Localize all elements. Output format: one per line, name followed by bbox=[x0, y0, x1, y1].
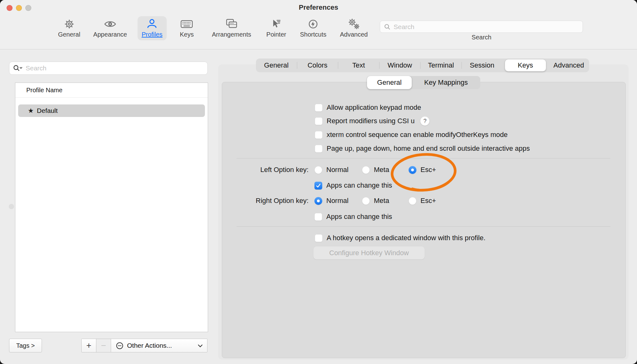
checkbox-unchecked[interactable] bbox=[315, 145, 323, 153]
profile-row-default[interactable]: ★ Default bbox=[18, 104, 205, 117]
profile-search-field[interactable] bbox=[9, 62, 208, 75]
checkbox-row-page-scroll[interactable]: Page up, page down, home and end scroll … bbox=[315, 144, 530, 153]
left-option-meta[interactable]: Meta bbox=[362, 165, 389, 174]
toolbar-search-label: Search bbox=[471, 34, 491, 41]
checkbox-row-keypad-mode[interactable]: Allow application keypad mode bbox=[315, 103, 421, 112]
toolbar-item-pointer[interactable]: Pointer bbox=[262, 16, 290, 40]
tab-session[interactable]: Session bbox=[462, 59, 503, 71]
toolbar-item-keys[interactable]: Keys bbox=[176, 16, 198, 40]
toolbar-label: Arrangements bbox=[212, 31, 251, 38]
profile-search-input[interactable] bbox=[26, 64, 204, 72]
profile-list: Profile Name ★ Default bbox=[15, 83, 208, 332]
checkbox-unchecked[interactable] bbox=[314, 213, 322, 221]
hotkey-checkbox-row[interactable]: A hotkey opens a dedicated window with t… bbox=[315, 233, 486, 243]
checkbox-label[interactable]: xterm control sequence can enable modify… bbox=[327, 131, 507, 139]
toolbar-search-input[interactable] bbox=[394, 23, 579, 31]
radio-unchecked[interactable] bbox=[409, 197, 416, 205]
checkbox-label[interactable]: Report modifiers using CSI u bbox=[327, 117, 415, 125]
tab-colors[interactable]: Colors bbox=[297, 59, 338, 71]
gear-icon bbox=[62, 18, 76, 30]
toolbar-label: Advanced bbox=[340, 31, 368, 38]
radio-label[interactable]: Meta bbox=[374, 197, 389, 205]
configure-hotkey-window-button[interactable]: Configure Hotkey Window bbox=[313, 246, 425, 260]
profile-actions-group: + − Other Actions... bbox=[81, 339, 207, 352]
keyboard-icon bbox=[180, 18, 194, 30]
checkmark-icon bbox=[315, 183, 321, 189]
cursor-icon bbox=[269, 18, 283, 30]
search-scope-icon bbox=[13, 64, 23, 72]
left-option-apps-can-change[interactable]: Apps can change this bbox=[314, 181, 392, 190]
toolbar-item-shortcuts[interactable]: Shortcuts bbox=[296, 16, 330, 40]
titlebar: Preferences General Appearance Profiles … bbox=[0, 0, 637, 49]
checkbox-label[interactable]: A hotkey opens a dedicated window with t… bbox=[327, 234, 486, 242]
add-profile-button[interactable]: + bbox=[82, 339, 96, 352]
profile-settings-panel: General Colors Text Window Terminal Sess… bbox=[218, 64, 629, 360]
star-icon: ★ bbox=[28, 107, 34, 114]
radio-label[interactable]: Normal bbox=[326, 197, 349, 205]
radio-label[interactable]: Esc+ bbox=[420, 166, 436, 174]
keys-general-content: Allow application keypad mode Report mod… bbox=[222, 82, 626, 358]
tags-button[interactable]: Tags > bbox=[9, 339, 42, 352]
keys-subtabs: General Key Mappings bbox=[367, 76, 480, 89]
checkbox-unchecked[interactable] bbox=[315, 117, 323, 125]
right-option-normal[interactable]: Normal bbox=[314, 196, 349, 205]
toolbar-label: General bbox=[58, 31, 80, 38]
radio-unchecked[interactable] bbox=[362, 197, 370, 205]
other-actions-label: Other Actions... bbox=[127, 342, 172, 349]
help-button[interactable]: ? bbox=[420, 116, 430, 126]
eye-icon bbox=[103, 18, 117, 30]
chevron-down-icon bbox=[197, 343, 203, 348]
toolbar-label: Profiles bbox=[142, 31, 163, 38]
tab-window[interactable]: Window bbox=[380, 59, 420, 71]
checkbox-unchecked[interactable] bbox=[315, 131, 323, 139]
tab-text[interactable]: Text bbox=[338, 59, 379, 71]
radio-label[interactable]: Meta bbox=[374, 166, 389, 174]
toolbar-label: Pointer bbox=[266, 31, 286, 38]
tab-divider bbox=[502, 62, 503, 69]
toolbar-item-profiles[interactable]: Profiles bbox=[138, 16, 167, 40]
profile-name: Default bbox=[37, 107, 58, 114]
checkbox-unchecked[interactable] bbox=[315, 234, 323, 242]
tab-terminal[interactable]: Terminal bbox=[420, 59, 461, 71]
toolbar-item-arrangements[interactable]: Arrangements bbox=[208, 16, 255, 40]
radio-label[interactable]: Normal bbox=[326, 166, 349, 174]
radio-unchecked[interactable] bbox=[362, 166, 370, 174]
right-option-apps-can-change[interactable]: Apps can change this bbox=[314, 212, 392, 221]
subtab-general[interactable]: General bbox=[367, 76, 412, 89]
checkbox-unchecked[interactable] bbox=[315, 104, 323, 112]
tab-general[interactable]: General bbox=[256, 59, 297, 71]
bolt-circle-icon bbox=[306, 18, 320, 30]
toolbar-label: Keys bbox=[180, 31, 194, 38]
tab-keys[interactable]: Keys bbox=[505, 59, 546, 71]
toolbar-item-general[interactable]: General bbox=[54, 16, 84, 40]
person-icon bbox=[145, 18, 159, 30]
toolbar-search-field[interactable] bbox=[380, 21, 583, 33]
left-option-key-label: Left Option key: bbox=[222, 165, 308, 174]
left-option-normal[interactable]: Normal bbox=[314, 165, 349, 174]
toolbar-item-advanced[interactable]: Advanced bbox=[336, 16, 372, 40]
toolbar-label: Shortcuts bbox=[300, 31, 326, 38]
checkbox-label[interactable]: Page up, page down, home and end scroll … bbox=[327, 144, 530, 153]
radio-label[interactable]: Esc+ bbox=[420, 197, 436, 205]
subtab-key-mappings[interactable]: Key Mappings bbox=[412, 76, 480, 89]
checkbox-label[interactable]: Apps can change this bbox=[326, 181, 392, 190]
tab-advanced[interactable]: Advanced bbox=[548, 59, 589, 71]
checkbox-checked[interactable] bbox=[314, 182, 322, 190]
edge-dot bbox=[9, 204, 14, 209]
search-icon bbox=[384, 23, 391, 30]
left-option-esc[interactable]: Esc+ bbox=[409, 165, 436, 174]
other-actions-dropdown[interactable]: Other Actions... bbox=[111, 339, 207, 352]
windows-icon bbox=[225, 18, 238, 30]
checkbox-label[interactable]: Allow application keypad mode bbox=[327, 104, 421, 112]
checkbox-label[interactable]: Apps can change this bbox=[326, 213, 392, 221]
radio-checked[interactable] bbox=[314, 197, 322, 205]
separator bbox=[237, 158, 610, 159]
radio-checked[interactable] bbox=[409, 166, 416, 174]
toolbar-item-appearance[interactable]: Appearance bbox=[89, 16, 131, 40]
remove-profile-button[interactable]: − bbox=[96, 339, 111, 352]
right-option-esc[interactable]: Esc+ bbox=[409, 196, 436, 205]
checkbox-row-csi-u[interactable]: Report modifiers using CSI u ? bbox=[315, 116, 430, 126]
radio-unchecked[interactable] bbox=[314, 166, 322, 174]
right-option-meta[interactable]: Meta bbox=[362, 196, 389, 205]
checkbox-row-modifyotherkeys[interactable]: xterm control sequence can enable modify… bbox=[315, 130, 507, 139]
